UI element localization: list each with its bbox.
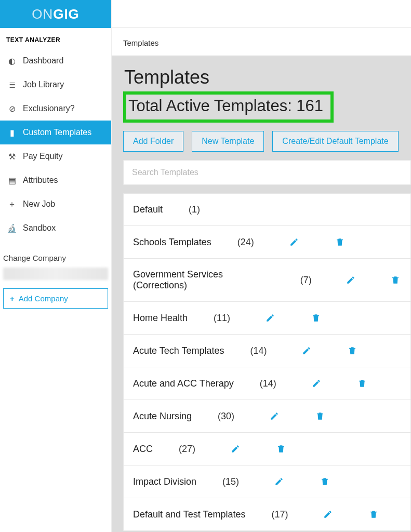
sidebar-item-label: Pay Equity	[23, 152, 62, 161]
folder-count: (24)	[237, 237, 254, 248]
folder-count: (14)	[250, 345, 267, 356]
folder-count: (27)	[179, 444, 195, 455]
edit-icon[interactable]	[311, 378, 322, 389]
brand-part2: GIG	[53, 6, 79, 22]
active-templates-count: Total Active Templates: 161	[128, 97, 323, 115]
add-company-label: Add Company	[19, 294, 68, 303]
sidebar-item-label: Custom Templates	[23, 128, 91, 137]
active-templates-highlight: Total Active Templates: 161	[123, 91, 334, 123]
topbar	[112, 0, 411, 28]
sidebar-item-label: Job Library	[23, 80, 64, 89]
folder-row[interactable]: Acute Nursing(30)	[123, 400, 411, 433]
plus-icon: ＋	[7, 200, 17, 209]
sidebar-item-label: Attributes	[23, 176, 58, 185]
folder-count: (15)	[222, 476, 239, 487]
microscope-icon: 🔬	[7, 223, 17, 233]
main: Templates Templates Total Active Templat…	[112, 0, 411, 532]
trash-icon[interactable]	[314, 410, 326, 422]
sidebar-item-pay-equity[interactable]: ⚒Pay Equity	[0, 144, 111, 168]
folder-row[interactable]: Schools Templates(24)	[123, 225, 411, 259]
current-company-redacted[interactable]	[3, 268, 108, 280]
folder-row[interactable]: Default and Test Templates(17)	[123, 498, 411, 531]
sidebar-item-label: Sandbox	[23, 223, 56, 233]
folder-count: (14)	[260, 378, 276, 389]
gavel-icon: ⚒	[7, 152, 17, 161]
list-icon: ≣	[7, 80, 17, 89]
sidebar-item-new-job[interactable]: ＋New Job	[0, 192, 111, 216]
sidebar-item-label: Exclusionary?	[23, 104, 75, 113]
brand-part1: ON	[32, 6, 53, 22]
sidebar-item-label: Dashboard	[23, 56, 63, 65]
folder-name: Acute Tech Templates	[133, 345, 224, 356]
file-icon: ▮	[7, 128, 17, 137]
sidebar-item-dashboard[interactable]: ◐Dashboard	[0, 49, 111, 73]
folder-name: Schools Templates	[133, 237, 211, 248]
folder-count: (11)	[214, 313, 230, 324]
default-template-button[interactable]: Create/Edit Default Template	[272, 131, 398, 152]
edit-icon[interactable]	[288, 236, 300, 248]
sidebar-item-label: New Job	[23, 200, 55, 209]
sidebar-item-job-library[interactable]: ≣Job Library	[0, 73, 111, 97]
action-button-row: Add Folder New Template Create/Edit Defa…	[123, 131, 411, 152]
folder-name: Government Services (Corrections)	[133, 269, 274, 291]
content: Templates Total Active Templates: 161 Ad…	[112, 56, 411, 532]
sliders-icon: ▤	[7, 176, 17, 185]
trash-icon[interactable]	[334, 236, 346, 248]
folder-row[interactable]: Default(1)	[123, 193, 411, 226]
folder-name: Home Health	[133, 313, 188, 324]
edit-icon[interactable]	[273, 476, 285, 487]
trash-icon[interactable]	[390, 274, 401, 286]
folder-count: (17)	[271, 509, 288, 520]
folder-count: (7)	[300, 275, 312, 286]
trash-icon[interactable]	[368, 509, 379, 520]
gauge-icon: ◐	[7, 56, 17, 65]
sidebar-item-custom-templates[interactable]: ▮Custom Templates	[0, 121, 111, 144]
folder-row[interactable]: Acute and ACC Therapy(14)	[123, 367, 411, 400]
logo-bar: ONGIG	[0, 0, 111, 28]
folder-name: Default	[133, 204, 163, 215]
search-wrap	[123, 160, 411, 185]
folder-list: Default(1)Schools Templates(24)Governmen…	[123, 193, 411, 531]
page-title: Templates	[124, 66, 411, 88]
folder-row[interactable]: Acute Tech Templates(14)	[123, 334, 411, 367]
folder-row[interactable]: Impact Division(15)	[123, 465, 411, 498]
sidebar-item-attributes[interactable]: ▤Attributes	[0, 168, 111, 192]
ban-icon: ⊘	[7, 104, 17, 113]
folder-name: Default and Test Templates	[133, 509, 245, 520]
trash-icon[interactable]	[356, 378, 368, 389]
folder-row[interactable]: Home Health(11)	[123, 301, 411, 335]
edit-icon[interactable]	[230, 443, 241, 455]
trash-icon[interactable]	[310, 312, 322, 324]
folder-name: ACC	[133, 444, 153, 455]
folder-count: (1)	[189, 204, 200, 215]
add-company-button[interactable]: + Add Company	[3, 288, 108, 309]
sidebar-nav: ◐Dashboard≣Job Library⊘Exclusionary?▮Cus…	[0, 49, 111, 240]
sidebar: ONGIG TEXT ANALYZER ◐Dashboard≣Job Libra…	[0, 0, 112, 532]
edit-icon[interactable]	[269, 410, 280, 422]
trash-icon[interactable]	[275, 443, 287, 455]
trash-icon[interactable]	[319, 476, 330, 487]
trash-icon[interactable]	[347, 345, 358, 356]
edit-icon[interactable]	[346, 274, 356, 286]
folder-name: Acute and ACC Therapy	[133, 378, 234, 389]
add-folder-button[interactable]: Add Folder	[123, 131, 183, 152]
sidebar-section-label: TEXT ANALYZER	[0, 28, 111, 49]
edit-icon[interactable]	[301, 345, 312, 356]
sidebar-item-exclusionary-[interactable]: ⊘Exclusionary?	[0, 97, 111, 121]
folder-row[interactable]: ACC(27)	[123, 432, 411, 466]
edit-icon[interactable]	[322, 509, 334, 520]
sidebar-item-sandbox[interactable]: 🔬Sandbox	[0, 216, 111, 240]
brand-logo: ONGIG	[32, 6, 79, 22]
breadcrumb: Templates	[112, 28, 411, 56]
folder-name: Impact Division	[133, 476, 196, 487]
edit-icon[interactable]	[264, 312, 276, 324]
search-input[interactable]	[123, 160, 411, 185]
folder-row[interactable]: Government Services (Corrections)(7)	[123, 258, 411, 302]
change-company-label[interactable]: Change Company	[0, 247, 111, 265]
plus-icon: +	[10, 294, 15, 303]
new-template-button[interactable]: New Template	[192, 131, 264, 152]
folder-count: (30)	[218, 411, 234, 422]
folder-name: Acute Nursing	[133, 411, 192, 422]
